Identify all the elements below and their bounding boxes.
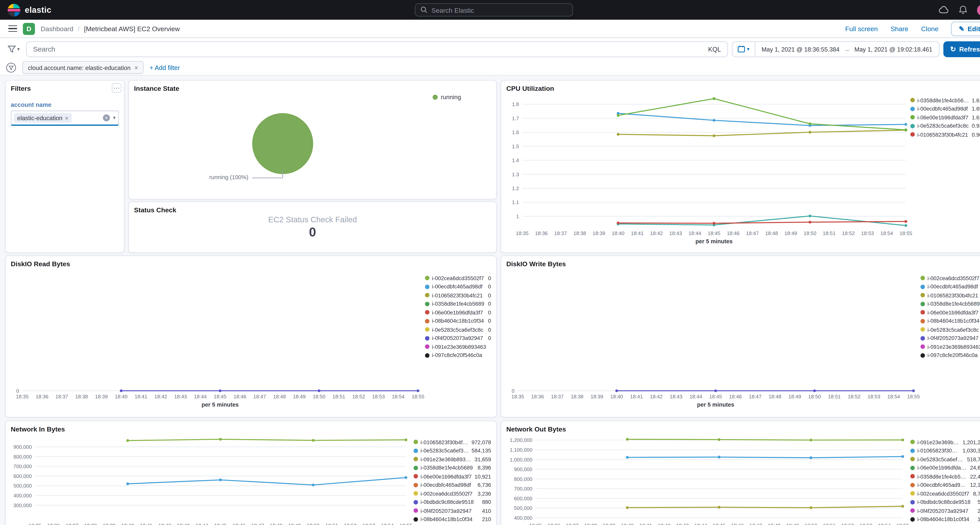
pie-legend-item[interactable]: running (433, 93, 461, 100)
legend-item[interactable]: i-0358d8e1fe4cb56890 (425, 299, 491, 308)
legend-item[interactable]: i-0e5283c5ca6ef3c8c0 (425, 325, 491, 334)
legend-item[interactable]: i-0358d8e1fe4cb56891.615 (910, 96, 980, 105)
svg-text:18:35: 18:35 (516, 231, 528, 236)
network-out-bytes-chart[interactable]: 400,000500,000600,000700,000800,000900,0… (501, 421, 980, 525)
network-in-bytes-chart[interactable]: 300,000400,000500,000600,000700,000800,0… (6, 421, 496, 525)
filter-options-icon[interactable] (6, 62, 16, 73)
legend-label: i-0358d8e1fe4cb5689 (421, 465, 475, 471)
space-badge[interactable]: D (23, 22, 35, 35)
legend-item[interactable]: i-06e00e1b96dfda3f710,921 (414, 472, 491, 481)
legend-item[interactable]: i-0f4f2052073a92947410 (414, 506, 491, 515)
full-screen-link[interactable]: Full screen (845, 25, 878, 32)
legend-item[interactable]: i-091e23e369b893...1,201,252 (910, 438, 980, 446)
legend-item[interactable]: i-06e00e1b96dfda3f70 (425, 308, 491, 317)
legend-item[interactable]: i-091e23e369b89346331,659 (414, 455, 491, 464)
legend-item[interactable]: i-00ecdbfc465ad98df1.656 (910, 105, 980, 113)
global-search-input[interactable] (431, 6, 568, 14)
diskio-read-bytes-chart[interactable]: 018:3518:3618:3718:3818:3918:4018:4118:4… (6, 256, 496, 417)
diskio-write-bytes-plot-area[interactable]: 018:3518:3618:3718:3818:3918:4018:4118:4… (501, 256, 980, 418)
elastic-logo[interactable] (8, 3, 21, 16)
notifications-bell-icon[interactable] (959, 5, 967, 15)
svg-text:18:43: 18:43 (177, 523, 190, 525)
legend-label: i-00ecdbfc465ad98df (421, 482, 475, 488)
legend-item[interactable]: i-06e00e1b96dfda3f724,685 (910, 463, 980, 472)
legend-item[interactable]: i-01065823f30b4fc210 (920, 291, 980, 299)
legend-item[interactable]: i-06e00e1b96dfda3f71.617 (910, 113, 980, 122)
cpu-utilization-chart[interactable]: 11.11.21.31.41.51.61.71.818:3518:3618:37… (501, 81, 980, 252)
chevron-down-icon[interactable]: ▾ (113, 115, 116, 121)
legend-item[interactable]: i-08b4604c18b1c0f34196 (910, 515, 980, 523)
legend-item[interactable]: i-01065823f30b4fc21972,078 (414, 438, 491, 446)
panel-options-button[interactable]: ⋯ (112, 83, 121, 93)
legend-item[interactable]: i-08b4604c18b1c0f34210 (414, 515, 491, 523)
user-avatar[interactable]: m (977, 4, 980, 16)
legend-item[interactable]: i-00ecdbfc465ad98df0 (920, 283, 980, 291)
legend-item[interactable]: i-0e5283c5ca6ef3c8c0.934 (910, 122, 980, 130)
legend-item[interactable]: i-0bdbdc9c88cde9518588 (910, 498, 980, 506)
legend-value: 12,176 (970, 482, 980, 488)
kql-language-button[interactable]: KQL (708, 46, 721, 52)
legend-item[interactable]: i-00ecdbfc465ad98df6,736 (414, 481, 491, 489)
diskio-read-bytes-plot-area[interactable]: 018:3518:3618:3718:3818:3918:4018:4118:4… (6, 256, 498, 418)
share-link[interactable]: Share (891, 25, 908, 32)
network-out-bytes-plot-area[interactable]: 400,000500,000600,000700,000800,000900,0… (501, 421, 980, 525)
svg-text:18:39: 18:39 (592, 231, 605, 236)
svg-text:1.1: 1.1 (512, 200, 519, 205)
svg-text:18:53: 18:53 (372, 394, 385, 399)
remove-filter-icon[interactable]: × (134, 64, 138, 71)
legend-item[interactable]: i-08b4604c18b1c0f340 (920, 317, 980, 325)
legend-label: i-01065823f30b4fc21 (928, 292, 980, 298)
end-date[interactable]: May 1, 2021 @ 19:02:18.461 (854, 46, 932, 52)
legend-item[interactable]: i-0f4f2052073a92947208 (910, 506, 980, 515)
legend-item[interactable]: i-0358d8e1fe4cb56890 (920, 299, 980, 308)
legend-item[interactable]: i-097c8cfe20f546c0a (425, 351, 491, 360)
menu-icon[interactable] (8, 25, 17, 32)
legend-item[interactable]: i-002cea6dcd35502f70 (425, 274, 491, 283)
legend-item[interactable]: i-00ecdbfc465ad98df0 (425, 283, 491, 291)
breadcrumb-separator: / (78, 25, 80, 32)
svg-text:18:38: 18:38 (573, 231, 586, 236)
edit-button[interactable]: ✎ Edit (951, 21, 980, 36)
kibana-app: elastic m D Dashboard / [Metricbeat AWS]… (0, 0, 980, 525)
legend-item[interactable]: i-0f4f2052073a929470 (425, 334, 491, 342)
legend-item[interactable]: i-091e23e369b893463 (425, 342, 491, 351)
clear-selection-icon[interactable]: × (103, 114, 110, 121)
account-name-combobox[interactable]: elastic-education × × ▾ (11, 111, 119, 126)
legend-item[interactable]: i-08b4604c18b1c0f340 (425, 317, 491, 325)
legend-item[interactable]: i-06e00e1b96dfda3f70 (920, 308, 980, 317)
add-filter-link[interactable]: + Add filter (150, 64, 180, 71)
legend-item[interactable]: i-01065823f30b4fc210 (425, 291, 491, 299)
saved-query-menu-button[interactable]: ▾ (5, 43, 22, 54)
legend-item[interactable]: i-0e5283c5ca6ef3c8c584,135 (414, 446, 491, 455)
legend-item[interactable]: i-0e5283c5ca6ef3c8c518,768 (910, 455, 980, 464)
start-date[interactable]: May 1, 2021 @ 18:36:55.384 (762, 46, 840, 52)
breadcrumb-dashboard[interactable]: Dashboard (41, 25, 73, 32)
diskio-write-bytes-chart[interactable]: 018:3518:3618:3718:3818:3918:4018:4118:4… (501, 256, 980, 417)
clone-link[interactable]: Clone (921, 25, 939, 32)
cpu-utilization-plot-area[interactable]: 11.11.21.31.41.51.61.71.818:3518:3618:37… (501, 81, 980, 254)
legend-item[interactable]: i-01065823f30b4fc...1,030,384 (910, 446, 980, 455)
legend-item[interactable]: i-002cea6dcd35502f73,236 (414, 489, 491, 498)
legend-item[interactable]: i-00ecdbfc465ad98df12,176 (910, 481, 980, 489)
legend-item[interactable]: i-0358d8e1fe4cb56898,396 (414, 463, 491, 472)
refresh-button[interactable]: ↻ Refresh (943, 41, 980, 57)
query-search-input[interactable] (33, 45, 703, 53)
cloud-icon[interactable] (938, 6, 949, 14)
pie-slice-running[interactable] (252, 113, 313, 174)
svg-text:18:47: 18:47 (749, 523, 762, 525)
date-quick-select-button[interactable]: ▾ (732, 41, 755, 56)
legend-swatch (425, 344, 430, 349)
legend-swatch (425, 353, 430, 358)
remove-option-icon[interactable]: × (65, 115, 68, 121)
filter-pill[interactable]: cloud.account.name: elastic-education × (22, 61, 144, 74)
legend-item[interactable]: i-01065823f30b4fc210.963 (910, 130, 980, 139)
legend-item[interactable]: i-002cea6dcd35502f70 (920, 274, 980, 283)
legend-item[interactable]: i-0e5283c5ca6ef3c8c0 (920, 325, 980, 334)
legend-item[interactable]: i-002cea6dcd35502f78,779 (910, 489, 980, 498)
legend-item[interactable]: i-091e23e369b893463 (920, 342, 980, 351)
legend-item[interactable]: i-0358d8e1fe4cb568922,498 (910, 472, 980, 481)
legend-item[interactable]: i-0f4f2052073a929470 (920, 334, 980, 342)
global-search[interactable] (415, 3, 573, 16)
legend-item[interactable]: i-097c8cfe20f546c0a (920, 351, 980, 360)
legend-item[interactable]: i-0bdbdc9c88cde9518880 (414, 498, 491, 506)
